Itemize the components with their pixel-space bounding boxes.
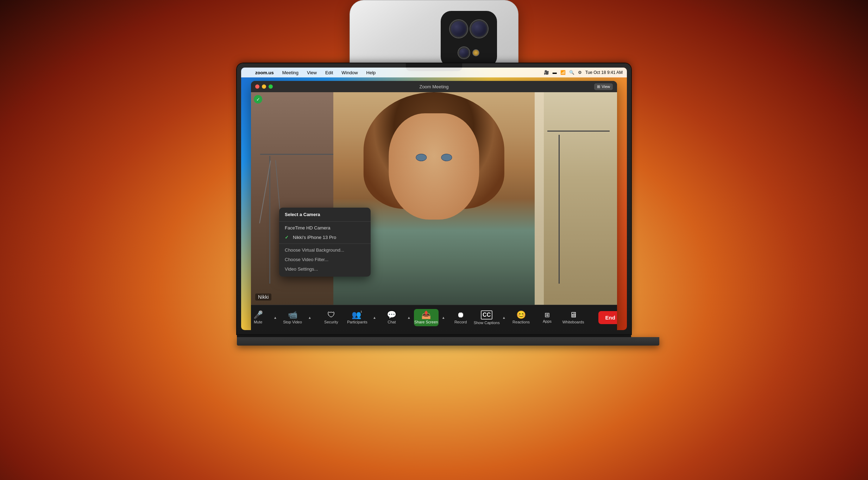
virtual-background-option[interactable]: Choose Virtual Background...	[279, 245, 371, 255]
menubar-window[interactable]: Window	[340, 69, 359, 76]
view-label: View	[602, 84, 610, 89]
whiteboards-icon: 🖥	[570, 311, 577, 319]
close-button[interactable]	[255, 84, 259, 89]
chat-icon: 💬	[387, 311, 396, 319]
macbook-base	[237, 337, 659, 346]
end-button[interactable]: End	[598, 311, 617, 324]
security-icon: 🛡	[327, 311, 335, 319]
right-eye	[441, 154, 452, 161]
security-badge: ✓	[254, 95, 262, 103]
menubar-video-icon: 🎥	[544, 70, 549, 75]
record-button[interactable]: ⏺ Record	[448, 309, 473, 326]
share-screen-icon: 📤	[421, 311, 431, 319]
stop-video-chevron[interactable]: ▲	[306, 314, 313, 322]
apps-button[interactable]: ⊞ Apps	[535, 310, 560, 326]
face	[389, 113, 479, 220]
menubar-wifi: 📶	[560, 70, 566, 75]
macbook-bezel: zoom.us Meeting View Edit Window Help 🎥 …	[237, 63, 631, 334]
reactions-icon: 😊	[516, 311, 526, 319]
tele-lens	[470, 20, 488, 38]
minimize-button[interactable]	[262, 84, 266, 89]
participants-button[interactable]: 👥1 Participants	[345, 309, 370, 326]
popup-divider-2	[279, 244, 371, 244]
menubar-datetime: Tue Oct 18 9:41 AM	[585, 70, 623, 75]
menubar-app-name[interactable]: zoom.us	[254, 69, 275, 76]
participants-icon: 👥1	[352, 311, 363, 319]
mute-button[interactable]: 🎤 Mute	[251, 309, 270, 326]
apps-icon: ⊞	[545, 312, 550, 318]
window-title: Zoom Meeting	[419, 84, 448, 89]
menubar-battery: ▬	[553, 70, 557, 75]
captions-chevron[interactable]: ▲	[501, 314, 508, 322]
share-screen-button[interactable]: 📤 Share Screen	[414, 309, 439, 326]
menubar-edit[interactable]: Edit	[324, 69, 334, 76]
camera-select-popup: Select a Camera FaceTime HD Camera Nikki…	[279, 208, 371, 277]
maximize-button[interactable]	[269, 84, 273, 89]
rack-pole-right	[559, 135, 560, 284]
mute-icon: 🎤	[253, 311, 263, 319]
participants-chevron[interactable]: ▲	[371, 314, 378, 322]
whiteboards-button[interactable]: 🖥 Whiteboards	[561, 309, 586, 326]
facetime-camera-label: FaceTime HD Camera	[285, 225, 331, 230]
show-captions-button[interactable]: CC Show Captions	[474, 308, 499, 327]
video-filter-option[interactable]: Choose Video Filter...	[279, 255, 371, 264]
camera-option-iphone[interactable]: Nikki's iPhone 13 Pro	[279, 233, 371, 242]
view-button[interactable]: ⊞ View	[594, 83, 613, 90]
rack-bar-right	[547, 131, 610, 132]
participants-label: Participants	[347, 320, 367, 324]
share-screen-chevron[interactable]: ▲	[440, 314, 447, 322]
flash	[472, 49, 479, 56]
macbook-hinge	[237, 334, 631, 337]
stop-video-button[interactable]: 📹 Stop Video	[280, 309, 305, 326]
virtual-bg-label: Choose Virtual Background...	[285, 247, 344, 253]
rack-pole	[269, 156, 270, 283]
room-right	[544, 92, 617, 305]
show-captions-label: Show Captions	[474, 321, 500, 325]
rack-bar	[260, 154, 333, 155]
video-settings-label: Video Settings...	[285, 266, 318, 272]
mute-chevron[interactable]: ▲	[272, 314, 279, 322]
chat-chevron[interactable]: ▲	[405, 314, 413, 322]
view-icon: ⊞	[597, 84, 600, 89]
left-eye	[416, 154, 427, 161]
ultra-wide-lens	[458, 47, 470, 58]
camera-module	[441, 11, 497, 67]
mute-label: Mute	[254, 320, 262, 324]
security-button[interactable]: 🛡 Security	[319, 309, 344, 326]
menubar-right: 🎥 ▬ 📶 🔍 ⚙ Tue Oct 18 9:41 AM	[544, 70, 623, 75]
video-filter-label: Choose Video Filter...	[285, 257, 328, 262]
reactions-label: Reactions	[512, 320, 530, 324]
video-area: ✓ Nikki Select a Camera FaceTime HD Came…	[251, 92, 617, 305]
apps-label: Apps	[543, 319, 552, 323]
video-settings-option[interactable]: Video Settings...	[279, 264, 371, 274]
whiteboards-label: Whiteboards	[562, 320, 584, 324]
reactions-button[interactable]: 😊 Reactions	[509, 309, 534, 326]
menubar-search[interactable]: 🔍	[569, 70, 574, 75]
chat-label: Chat	[388, 320, 396, 324]
menubar-meeting[interactable]: Meeting	[281, 69, 300, 76]
popup-divider-1	[279, 221, 371, 222]
window-controls	[255, 84, 273, 89]
apple-menu[interactable]	[245, 72, 248, 73]
macos-desktop: zoom.us Meeting View Edit Window Help 🎥 …	[241, 68, 627, 330]
stop-video-icon: 📹	[288, 311, 297, 319]
menubar: zoom.us Meeting View Edit Window Help 🎥 …	[241, 68, 627, 77]
camera-option-facetime[interactable]: FaceTime HD Camera	[279, 223, 371, 233]
titlebar: Zoom Meeting ⊞ View	[251, 81, 617, 92]
popup-title: Select a Camera	[279, 210, 371, 220]
menubar-help[interactable]: Help	[365, 69, 377, 76]
zoom-toolbar: 🎤 Mute ▲ 📹 Stop Video ▲	[251, 305, 617, 330]
macbook-screen: zoom.us Meeting View Edit Window Help 🎥 …	[241, 68, 627, 330]
record-label: Record	[454, 320, 467, 324]
captions-icon: CC	[481, 310, 492, 319]
zoom-window: Zoom Meeting ⊞ View	[251, 81, 617, 330]
chat-button[interactable]: 💬 Chat	[379, 309, 404, 326]
menubar-controlcenter[interactable]: ⚙	[578, 70, 582, 75]
security-label: Security	[324, 320, 338, 324]
record-icon: ⏺	[457, 311, 465, 319]
menubar-view[interactable]: View	[306, 69, 318, 76]
macbook: zoom.us Meeting View Edit Window Help 🎥 …	[237, 63, 631, 346]
share-screen-label: Share Screen	[414, 320, 438, 324]
participant-name-overlay: Nikki	[255, 293, 271, 301]
iphone-camera-label: Nikki's iPhone 13 Pro	[293, 235, 336, 240]
